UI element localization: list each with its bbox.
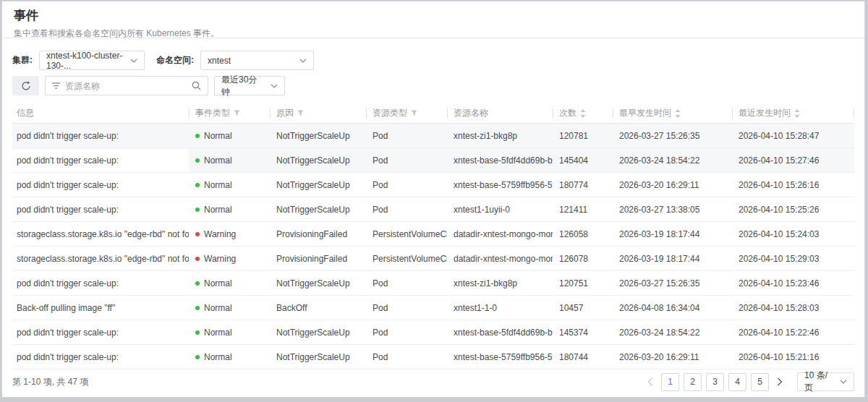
table-row[interactable]: pod didn't trigger scale-up:NormalNotTri… [12,197,854,222]
table-row[interactable]: pod didn't trigger scale-up:NormalNotTri… [12,124,854,148]
cell-text: Pod [373,155,388,166]
prev-page-icon[interactable] [644,373,657,390]
column-header-label: 资源类型 [373,107,407,119]
cell-type: Warning [189,247,270,270]
cell-resource-name: xntest-base-5fdf4dd69b-b6q2p [447,148,553,172]
cell-last-seen: 2026-04-10 15:24:03 [732,222,854,246]
cell-reason: NotTriggerScaleUp [270,173,366,197]
column-header-label: 事件类型 [195,107,230,119]
cell-message: storageclass.storage.k8s.io "edge-rbd" n… [12,247,189,270]
page-button-4[interactable]: 4 [728,373,746,391]
cell-first-seen: 2026-04-08 16:34:04 [613,296,732,320]
sort-icon [675,109,681,118]
cell-text: NotTriggerScaleUp [276,155,350,166]
cell-message: pod didn't trigger scale-up: [12,271,189,295]
table-row[interactable]: pod didn't trigger scale-up:NormalNotTri… [12,173,854,197]
cell-text: 2026-04-10 15:22:46 [739,328,819,338]
cluster-select[interactable]: xntest-k100-cluster-130-... [39,51,145,70]
table-footer: 第 1-10 项, 共 47 项 1234510 条/页 [2,367,864,397]
column-header[interactable]: 次数 [553,103,613,123]
cell-reason: NotTriggerScaleUp [270,197,366,221]
cell-text: Pod [373,303,388,313]
cell-count: 120751 [553,271,613,295]
cell-text: pod didn't trigger scale-up: [17,155,119,166]
cell-count: 145374 [553,320,613,344]
column-header[interactable]: 原因 [270,103,366,123]
cell-text: xntest-zi1-bkg8p [454,278,517,288]
column-header-label: 次数 [559,107,576,119]
cell-last-seen: 2026-04-10 15:22:46 [732,320,854,344]
table-row[interactable]: storageclass.storage.k8s.io "edge-rbd" n… [12,247,854,271]
namespace-select[interactable]: xntest [200,51,314,70]
cell-last-seen: 2026-04-10 15:26:16 [732,173,854,197]
column-header[interactable]: 事件类型 [189,103,270,123]
cell-text: Back-off pulling image "ff" [17,303,115,313]
table-row[interactable]: pod didn't trigger scale-up:NormalNotTri… [12,320,854,345]
next-page-icon[interactable] [773,373,786,390]
column-header-label: 最近发生时间 [739,107,791,119]
cell-message: pod didn't trigger scale-up: [12,124,189,147]
cell-first-seen: 2026-03-24 18:54:22 [613,320,732,344]
cell-text: 2026-03-27 15:26:35 [619,131,699,141]
cell-reason: NotTriggerScaleUp [270,148,366,172]
table-row[interactable]: storageclass.storage.k8s.io "edge-rbd" n… [12,222,854,247]
cell-text: 126078 [559,254,588,264]
cell-count: 126078 [553,247,613,270]
cell-text: Pod [373,278,388,288]
search-icon[interactable] [192,81,201,90]
cell-text: 2026-04-10 15:27:46 [739,155,819,166]
cell-text: 2026-03-19 18:17:44 [619,229,699,239]
cell-resource-type: Pod [366,173,447,197]
cell-resource-type: Pod [366,124,447,147]
cell-first-seen: 2026-03-20 16:29:11 [613,345,732,369]
cell-count: 121411 [553,197,613,221]
cell-text: 2026-04-10 15:21:16 [739,352,819,362]
cell-text: 2026-03-24 18:54:22 [619,328,699,338]
cell-first-seen: 2026-03-27 15:26:35 [613,271,732,295]
pagination: 1234510 条/页 [642,372,854,391]
time-range-select[interactable]: 最近30分钟 [214,76,285,95]
page-button-1[interactable]: 1 [661,373,679,391]
cell-text: NotTriggerScaleUp [276,180,350,190]
column-header[interactable]: 最早发生时间 [613,103,732,123]
cell-type: Normal [189,345,270,369]
column-header-label: 信息 [17,107,34,119]
page-button-3[interactable]: 3 [706,373,724,391]
table-row[interactable]: Back-off pulling image "ff"NormalBackOff… [12,296,854,320]
page-size-select[interactable]: 10 条/页 [797,372,854,391]
table-row[interactable]: pod didn't trigger scale-up:NormalNotTri… [12,271,854,296]
table-row[interactable]: pod didn't trigger scale-up:NormalNotTri… [12,148,854,173]
pagination-summary: 第 1-10 项, 共 47 项 [12,376,88,388]
cell-text: NotTriggerScaleUp [276,205,350,215]
column-header[interactable]: 资源类型 [366,103,447,123]
table-row[interactable]: pod didn't trigger scale-up:NormalNotTri… [12,345,854,369]
cell-type: Normal [189,296,270,320]
chevron-down-icon [840,380,847,384]
cell-count: 126058 [553,222,613,246]
page-title: 事件 [14,9,853,23]
cell-first-seen: 2026-03-27 13:38:05 [613,197,732,221]
cell-text: xntest-base-5fdf4dd69b-b6q2p [454,328,553,338]
cell-type: Normal [189,271,270,295]
cell-resource-name: datadir-xntest-mongo-mong... [447,247,553,270]
search-box [45,76,208,95]
cell-text: 145374 [559,328,588,338]
cell-text: Normal [204,278,232,288]
cell-text: xntest-base-5759ffb956-5fpfv [454,180,553,190]
refresh-button[interactable] [12,76,39,95]
column-header[interactable]: 最近发生时间 [732,103,854,123]
cell-reason: ProvisioningFailed [270,247,366,270]
page-button-2[interactable]: 2 [684,373,702,391]
cell-text: Pod [373,205,388,215]
cell-reason: NotTriggerScaleUp [270,320,366,344]
cell-type: Normal [189,173,270,197]
filter-row: 集群: xntest-k100-cluster-130-... 命名空间: xn… [12,51,854,70]
cell-resource-type: Pod [366,197,447,221]
cell-text: 2026-04-10 15:23:46 [739,278,819,288]
page-button-5[interactable]: 5 [751,373,769,391]
search-input[interactable] [65,81,187,91]
table-header-row: 信息事件类型原因资源类型资源名称次数最早发生时间最近发生时间 [12,103,854,124]
cell-text: Pod [373,131,388,141]
cell-resource-type: Pod [366,296,447,320]
cell-resource-type: Pod [366,320,447,344]
